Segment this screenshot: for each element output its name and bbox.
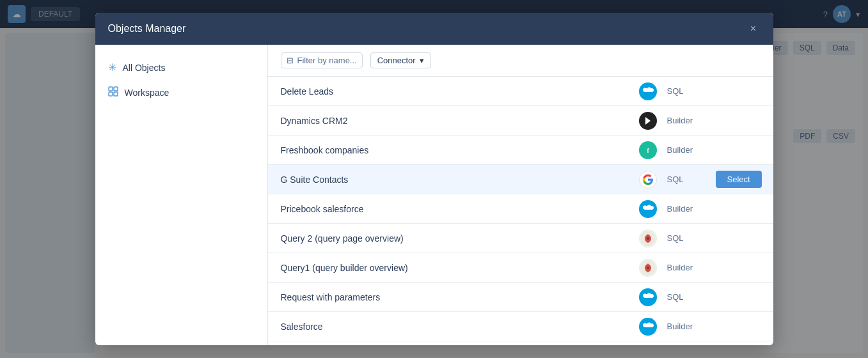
filter-icon: ⊟ xyxy=(287,56,294,65)
svg-point-8 xyxy=(647,237,649,240)
modal-header: Objects Manager × xyxy=(95,13,773,45)
object-name: Query1 (query builder overview) xyxy=(281,263,639,273)
objects-list: Delete Leads SQL Dynamics CRM2 Builder F… xyxy=(268,77,773,345)
table-row[interactable]: Salesforce Builder xyxy=(268,312,773,341)
table-row[interactable]: Freshbook companies f Builder xyxy=(268,136,773,165)
modal-body: ✳ All Objects Workspace xyxy=(95,45,773,345)
object-type: SQL xyxy=(667,292,706,302)
filter-by-name-button[interactable]: ⊟ Filter by name... xyxy=(281,52,363,68)
modal-title: Objects Manager xyxy=(108,23,186,35)
nav-label-workspace: Workspace xyxy=(125,88,170,98)
salesforce-logo xyxy=(639,288,657,306)
peppery-logo xyxy=(639,259,657,277)
svg-point-10 xyxy=(647,267,649,269)
peppery-logo xyxy=(639,230,657,247)
object-name: Request with parameters xyxy=(281,292,639,302)
object-type: Builder xyxy=(667,145,706,155)
object-name: Query 2 (query page overview) xyxy=(281,233,639,244)
google-logo xyxy=(639,171,657,189)
workspace-icon xyxy=(108,86,118,99)
dynamics-logo xyxy=(639,112,657,130)
object-name: G Suite Contacts xyxy=(281,175,639,185)
table-row[interactable]: Pricebook salesforce Builder xyxy=(268,194,773,224)
table-row[interactable]: Delete Leads SQL xyxy=(268,77,773,106)
svg-rect-1 xyxy=(114,87,118,91)
filter-label: Filter by name... xyxy=(297,56,357,65)
modal-sidebar: ✳ All Objects Workspace xyxy=(95,45,268,345)
asterisk-icon: ✳ xyxy=(108,61,116,74)
filter-bar: ⊟ Filter by name... Connector ▾ xyxy=(268,45,773,77)
nav-label-all-objects: All Objects xyxy=(123,63,166,73)
connector-label: Connector xyxy=(377,56,416,65)
object-name: Freshbook companies xyxy=(281,145,639,155)
svg-rect-2 xyxy=(109,92,113,96)
table-row[interactable]: Query1 (query builder overview) Builder xyxy=(268,253,773,283)
salesforce-logo xyxy=(639,200,657,218)
object-type: Builder xyxy=(667,322,706,331)
nav-item-all-objects[interactable]: ✳ All Objects xyxy=(95,55,267,80)
salesforce-logo xyxy=(639,82,657,100)
object-name: Dynamics CRM2 xyxy=(281,116,639,126)
select-button[interactable]: Select xyxy=(716,171,762,188)
table-row[interactable]: Dynamics CRM2 Builder xyxy=(268,106,773,136)
table-row[interactable]: Salesforce Account Builder xyxy=(268,341,773,345)
svg-rect-3 xyxy=(114,92,118,96)
nav-item-workspace[interactable]: Workspace xyxy=(95,80,267,105)
table-row[interactable]: Request with parameters SQL xyxy=(268,283,773,312)
object-type: SQL xyxy=(667,86,706,96)
object-name: Delete Leads xyxy=(281,86,639,97)
row-action[interactable]: Select xyxy=(716,171,761,188)
connector-filter-button[interactable]: Connector ▾ xyxy=(370,52,431,68)
svg-marker-4 xyxy=(645,117,651,125)
modal-close-button[interactable]: × xyxy=(746,22,761,36)
svg-rect-0 xyxy=(109,87,113,91)
table-row[interactable]: Query 2 (query page overview) SQL xyxy=(268,224,773,253)
table-row[interactable]: G Suite Contacts SQL Select xyxy=(268,165,773,194)
objects-manager-modal: Objects Manager × ✳ All Objects xyxy=(95,13,773,345)
object-type: Builder xyxy=(667,204,706,214)
object-name: Salesforce xyxy=(281,322,639,332)
freshbook-logo: f xyxy=(639,141,657,159)
object-type: Builder xyxy=(667,263,706,272)
object-type: SQL xyxy=(667,233,706,243)
modal-overlay: Objects Manager × ✳ All Objects xyxy=(0,0,868,358)
modal-main: ⊟ Filter by name... Connector ▾ Delete L… xyxy=(268,45,773,345)
salesforce-logo xyxy=(639,318,657,336)
object-name: Pricebook salesforce xyxy=(281,204,639,214)
connector-chevron-icon: ▾ xyxy=(420,56,424,65)
object-type: SQL xyxy=(667,175,706,184)
object-type: Builder xyxy=(667,116,706,125)
